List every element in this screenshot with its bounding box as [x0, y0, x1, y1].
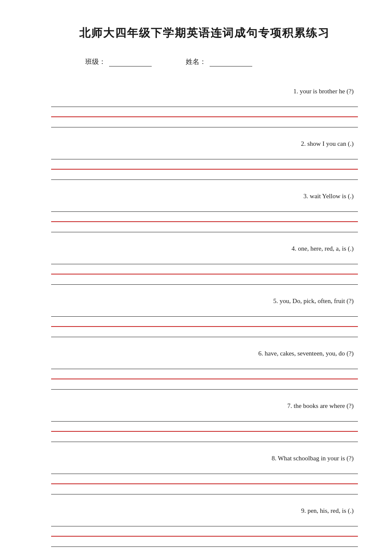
answer-line-red	[51, 108, 358, 117]
class-field: 班级：	[85, 58, 152, 66]
answer-lines-9	[51, 517, 358, 547]
question-block-7: 7. the books are where (?)	[51, 402, 358, 442]
question-block-9: 9. pen, his, red, is (.)	[51, 507, 358, 547]
answer-lines-6	[51, 360, 358, 390]
answer-line	[51, 307, 358, 317]
answer-line	[51, 171, 358, 180]
question-text-7: 7. the books are where (?)	[51, 402, 358, 410]
question-block-3: 3. wait Yellow is (.)	[51, 193, 358, 232]
question-text-8: 8. What schoolbag in your is (?)	[51, 455, 358, 462]
answer-line-red	[51, 213, 358, 222]
answer-line-red	[51, 422, 358, 432]
answer-line	[51, 433, 358, 442]
answer-line	[51, 202, 358, 212]
question-text-5: 5. you, Do, pick, often, fruit (?)	[51, 298, 358, 305]
question-text-4: 4. one, here, red, a, is (.)	[51, 245, 358, 252]
answer-line	[51, 538, 358, 547]
answer-line	[51, 517, 358, 526]
answer-line	[51, 150, 358, 159]
answer-lines-1	[51, 98, 358, 127]
questions-container: 1. your is brother he (?) 2. show I you …	[51, 88, 358, 547]
answer-line	[51, 465, 358, 474]
answer-line	[51, 360, 358, 369]
class-underline	[109, 58, 152, 66]
question-block-6: 6. have, cakes, seventeen, you, do (?)	[51, 350, 358, 390]
question-block-2: 2. show I you can (.)	[51, 140, 358, 180]
question-text-1: 1. your is brother he (?)	[51, 88, 358, 95]
answer-line	[51, 380, 358, 390]
question-text-6: 6. have, cakes, seventeen, you, do (?)	[51, 350, 358, 357]
class-label: 班级：	[85, 58, 106, 66]
name-underline	[210, 58, 252, 66]
answer-line-red	[51, 527, 358, 537]
name-label: 姓名：	[186, 58, 206, 66]
answer-line	[51, 275, 358, 285]
answer-line	[51, 485, 358, 494]
question-text-2: 2. show I you can (.)	[51, 140, 358, 147]
header-fields: 班级： 姓名：	[51, 58, 358, 66]
answer-line	[51, 328, 358, 337]
answer-line	[51, 118, 358, 127]
question-block-8: 8. What schoolbag in your is (?)	[51, 455, 358, 494]
answer-line	[51, 223, 358, 232]
question-text-3: 3. wait Yellow is (.)	[51, 193, 358, 200]
question-block-4: 4. one, here, red, a, is (.)	[51, 245, 358, 285]
answer-line	[51, 412, 358, 422]
question-block-5: 5. you, Do, pick, often, fruit (?)	[51, 298, 358, 337]
question-block-1: 1. your is brother he (?)	[51, 88, 358, 127]
answer-lines-4	[51, 255, 358, 285]
answer-line-red	[51, 475, 358, 484]
answer-lines-5	[51, 307, 358, 337]
answer-line	[51, 98, 358, 107]
answer-line-red	[51, 318, 358, 327]
answer-line-red	[51, 265, 358, 275]
answer-line-red	[51, 370, 358, 379]
answer-lines-7	[51, 412, 358, 442]
answer-line-red	[51, 160, 358, 170]
answer-line	[51, 255, 358, 264]
page-title: 北师大四年级下学期英语连词成句专项积累练习	[51, 26, 358, 40]
answer-lines-3	[51, 202, 358, 232]
answer-lines-8	[51, 465, 358, 494]
answer-lines-2	[51, 150, 358, 180]
name-field: 姓名：	[186, 58, 252, 66]
question-text-9: 9. pen, his, red, is (.)	[51, 507, 358, 515]
